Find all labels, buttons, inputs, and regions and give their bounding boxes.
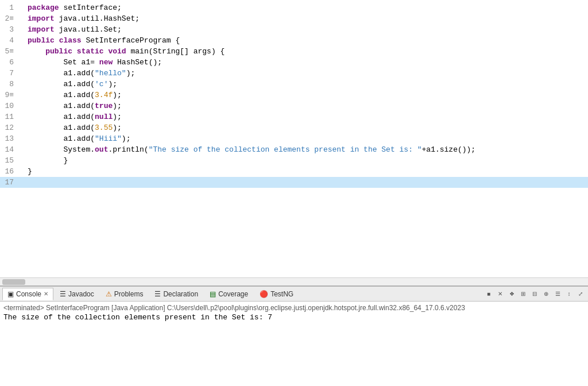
line-code-10: a1.add(true); — [25, 101, 122, 111]
line-code-1: package setInterface; — [25, 2, 122, 13]
tab-console[interactable]: ▣ Console ✕ — [2, 288, 53, 300]
line-code-8: a1.add('c'); — [25, 79, 117, 90]
javadoc-tab-label: Javadoc — [68, 290, 94, 298]
console-toolbar: ■ ✕ ❖ ⊞ ⊟ ⊕ ☰ ↕ ⤢ — [483, 289, 586, 299]
line-code-9: a1.add(3.4f); — [25, 90, 122, 101]
code-line-10: 10 a1.add(true); — [0, 101, 588, 111]
code-line-11: 11 a1.add(null); — [0, 111, 588, 122]
console-output: <terminated> SetInterfaceProgram [Java A… — [0, 302, 588, 386]
line-number-10: 10 — [0, 101, 17, 111]
line-number-12: 12 — [0, 122, 17, 133]
code-content[interactable]: 1 package setInterface; 2≡ import java.u… — [0, 0, 588, 277]
code-line-15: 15 } — [0, 155, 588, 166]
console-result-text: The size of the collection elements pres… — [3, 313, 585, 322]
code-line-8: 8 a1.add('c'); — [0, 79, 588, 90]
line-code-3: import java.util.Set; — [25, 24, 122, 35]
hscroll-thumb[interactable] — [2, 279, 25, 285]
tab-javadoc[interactable]: ☰ Javadoc — [55, 288, 99, 300]
console-tab-close[interactable]: ✕ — [44, 291, 48, 297]
line-number-4: 4 — [0, 35, 17, 46]
declaration-tab-icon: ☰ — [154, 290, 161, 298]
code-editor: 1 package setInterface; 2≡ import java.u… — [0, 0, 588, 285]
console-tab-icon: ▣ — [7, 290, 14, 298]
code-line-2: 2≡ import java.util.HashSet; — [0, 13, 588, 24]
tab-testng[interactable]: 🔴 TestNG — [254, 288, 299, 300]
horizontal-scrollbar[interactable] — [0, 277, 588, 285]
code-line-9: 9≡ a1.add(3.4f); — [0, 90, 588, 101]
line-code-6: Set a1= new HashSet(); — [25, 57, 162, 68]
code-line-13: 13 a1.add("Hiii"); — [0, 133, 588, 144]
tab-problems[interactable]: ⚠ Problems — [100, 288, 149, 300]
line-number-3: 3 — [0, 24, 17, 35]
line-number-15: 15 — [0, 155, 17, 166]
line-code-11: a1.add(null); — [25, 111, 122, 122]
console-tab-label: Console — [16, 290, 41, 298]
line-number-9: 9≡ — [0, 90, 17, 101]
maximize-button[interactable]: ⤢ — [575, 289, 586, 299]
line-code-17 — [25, 177, 32, 188]
code-line-12: 12 a1.add(3.55); — [0, 122, 588, 133]
line-number-1: 1 — [0, 2, 17, 13]
testng-tab-label: TestNG — [270, 290, 293, 298]
code-line-14: 14 System.out.println("The size of the c… — [0, 144, 588, 155]
toolbar-btn-7[interactable]: ☰ — [552, 289, 563, 299]
line-number-7: 7 — [0, 68, 17, 79]
line-number-8: 8 — [0, 79, 17, 90]
toolbar-btn-4[interactable]: ⊞ — [518, 289, 528, 299]
toolbar-btn-3[interactable]: ❖ — [506, 289, 517, 299]
code-line-4: 4 public class SetInterfaceProgram { — [0, 35, 588, 46]
problems-tab-icon: ⚠ — [106, 290, 112, 298]
line-code-15: } — [25, 155, 68, 166]
line-code-14: System.out.println("The size of the coll… — [25, 144, 475, 155]
line-code-12: a1.add(3.55); — [25, 122, 122, 133]
line-code-4: public class SetInterfaceProgram { — [25, 35, 180, 46]
declaration-tab-label: Declaration — [163, 290, 198, 298]
line-code-16: } — [25, 166, 32, 177]
code-line-6: 6 Set a1= new HashSet(); — [0, 57, 588, 68]
line-number-6: 6 — [0, 57, 17, 68]
toolbar-btn-6[interactable]: ⊕ — [541, 289, 551, 299]
tab-declaration[interactable]: ☰ Declaration — [149, 288, 203, 300]
line-code-13: a1.add("Hiii"); — [25, 133, 130, 144]
tab-coverage[interactable]: ▤ Coverage — [204, 288, 253, 300]
problems-tab-label: Problems — [114, 290, 144, 298]
line-number-14: 14 — [0, 144, 17, 155]
line-number-13: 13 — [0, 133, 17, 144]
line-number-16: 16 — [0, 166, 17, 177]
code-line-17: 17 — [0, 177, 588, 188]
line-code-5: public static void main(String[] args) { — [25, 46, 225, 57]
code-line-1: 1 package setInterface; — [0, 2, 588, 13]
coverage-tab-label: Coverage — [218, 290, 248, 298]
console-tab-bar: ▣ Console ✕ ☰ Javadoc ⚠ Problems ☰ Decla… — [0, 287, 588, 302]
line-code-7: a1.add("hello"); — [25, 68, 135, 79]
testng-tab-icon: 🔴 — [260, 290, 268, 298]
line-number-17: 17 — [0, 177, 17, 188]
line-number-5: 5≡ — [0, 46, 17, 57]
javadoc-tab-icon: ☰ — [60, 290, 66, 298]
coverage-tab-icon: ▤ — [210, 290, 216, 298]
console-area: ▣ Console ✕ ☰ Javadoc ⚠ Problems ☰ Decla… — [0, 285, 588, 386]
line-number-11: 11 — [0, 111, 17, 122]
toolbar-btn-5[interactable]: ⊟ — [529, 289, 540, 299]
code-line-3: 3 import java.util.Set; — [0, 24, 588, 35]
code-line-7: 7 a1.add("hello"); — [0, 68, 588, 79]
close-button[interactable]: ✕ — [495, 289, 505, 299]
terminated-text: <terminated> SetInterfaceProgram [Java A… — [3, 304, 585, 312]
line-number-2: 2≡ — [0, 13, 17, 24]
code-line-16: 16 } — [0, 166, 588, 177]
stop-button[interactable]: ■ — [483, 289, 494, 299]
code-line-5: 5≡ public static void main(String[] args… — [0, 46, 588, 57]
toolbar-btn-8[interactable]: ↕ — [564, 289, 574, 299]
line-code-2: import java.util.HashSet; — [25, 13, 140, 24]
